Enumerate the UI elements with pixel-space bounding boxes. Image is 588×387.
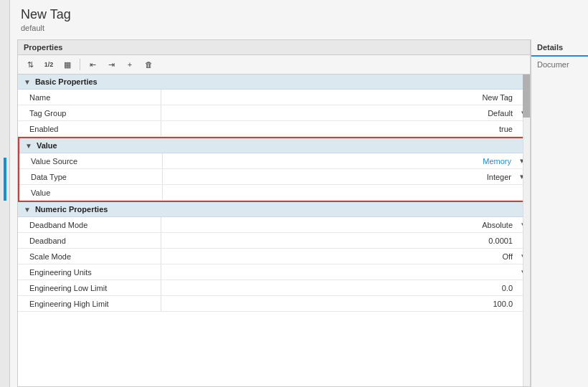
page-subtitle: default [21, 24, 577, 32]
table-row: Data Type Integer [19, 169, 528, 185]
toolbar: ⇅ 1/2 ▦ ⇤ ⇥ + 🗑 [18, 55, 530, 75]
numeric-properties-arrow: ▼ [24, 206, 31, 214]
prop-name-scalemode: Scale Mode [18, 249, 161, 264]
prop-value-datatype[interactable]: Integer [163, 169, 528, 184]
add-button[interactable]: + [122, 57, 138, 72]
table-row: Deadband Mode Absolute [18, 217, 530, 233]
table-view-button[interactable]: ▦ [60, 57, 75, 72]
main-content: New Tag default Properties ⇅ 1/2 ▦ ⇤ [10, 0, 588, 387]
scrollbar-track[interactable] [523, 75, 530, 386]
prop-value-enghighlimit[interactable]: 100.0 [161, 296, 530, 311]
scrollbar-thumb[interactable] [523, 75, 530, 118]
sort-alpha-icon: ⇅ [27, 60, 34, 70]
value-section-arrow: ▼ [25, 142, 32, 150]
expand-icon: ⇤ [90, 60, 96, 70]
prop-value-deadbandmode[interactable]: Absolute [161, 217, 530, 232]
prop-name-valuesource: Value Source [19, 153, 163, 168]
prop-name-deadbandmode: Deadband Mode [18, 217, 161, 232]
table-row: Deadband 0.0001 [18, 233, 530, 249]
prop-value-valuesource[interactable]: Memory [163, 153, 528, 168]
prop-value-taggroup[interactable]: Default [161, 105, 530, 120]
table-row: Engineering High Limit 100.0 [18, 296, 530, 312]
collapse-icon: ⇥ [108, 60, 115, 70]
basic-properties-arrow: ▼ [24, 78, 31, 86]
details-tab[interactable]: Documer [531, 57, 588, 72]
left-sidebar [0, 0, 10, 387]
prop-value-deadband[interactable]: 0.0001 [161, 233, 530, 248]
toolbar-separator-1 [80, 59, 80, 70]
prop-name-enabled: Enabled [18, 121, 161, 136]
prop-name-name: Name [18, 90, 161, 105]
table-row: Enabled true [18, 121, 530, 137]
value-section-header[interactable]: ▼ Value [19, 138, 528, 153]
prop-value-name[interactable]: New Tag [161, 90, 530, 105]
collapse-button[interactable]: ⇥ [103, 57, 119, 72]
properties-panel: Properties ⇅ 1/2 ▦ ⇤ ⇥ + [17, 39, 531, 387]
table-row: Tag Group Default [18, 105, 530, 121]
basic-properties-section-header[interactable]: ▼ Basic Properties [18, 75, 530, 90]
sort-alpha-button[interactable]: ⇅ [22, 57, 38, 72]
table-row: Engineering Low Limit 0.0 [18, 280, 530, 296]
properties-panel-header: Properties [18, 40, 530, 55]
prop-value-enabled[interactable]: true [161, 121, 530, 136]
sort-num-button[interactable]: 1/2 [41, 57, 57, 72]
prop-name-datatype: Data Type [19, 169, 163, 184]
value-section-wrapper: ▼ Value Value Source Memory Data Type In… [18, 137, 530, 202]
prop-value-scalemode[interactable]: Off [161, 249, 530, 264]
sort-num-icon: 1/2 [44, 61, 54, 68]
table-row: Name New Tag [18, 90, 530, 105]
prop-value-engunits[interactable] [161, 264, 530, 280]
prop-name-value: Value [19, 185, 163, 200]
basic-properties-label: Basic Properties [35, 77, 98, 86]
prop-name-enghighlimit: Engineering High Limit [18, 296, 161, 311]
table-view-icon: ▦ [64, 60, 71, 70]
delete-icon: 🗑 [145, 60, 153, 69]
value-section-label: Value [37, 141, 57, 150]
add-icon: + [128, 60, 132, 69]
table-row: Engineering Units [18, 264, 530, 280]
numeric-properties-section-header[interactable]: ▼ Numeric Properties [18, 202, 530, 217]
page-title: New Tag [21, 7, 577, 22]
page-header: New Tag default [10, 7, 588, 39]
left-accent [4, 158, 6, 201]
expand-button[interactable]: ⇤ [85, 57, 100, 72]
prop-name-englowlimit: Engineering Low Limit [18, 280, 161, 295]
numeric-properties-label: Numeric Properties [35, 205, 108, 214]
details-header: Details [531, 39, 588, 57]
prop-name-taggroup: Tag Group [18, 105, 161, 120]
table-row: Scale Mode Off [18, 249, 530, 264]
prop-value-value[interactable] [163, 185, 528, 200]
prop-name-engunits: Engineering Units [18, 264, 161, 280]
details-panel: Details Documer [531, 39, 588, 387]
content-area: Properties ⇅ 1/2 ▦ ⇤ ⇥ + [10, 39, 588, 387]
properties-table: ▼ Basic Properties Name New Tag Tag Grou… [18, 75, 530, 386]
table-row: Value Source Memory [19, 153, 528, 169]
prop-name-deadband: Deadband [18, 233, 161, 248]
delete-button[interactable]: 🗑 [141, 57, 156, 72]
prop-value-englowlimit[interactable]: 0.0 [161, 280, 530, 295]
table-row: Value [19, 185, 528, 201]
